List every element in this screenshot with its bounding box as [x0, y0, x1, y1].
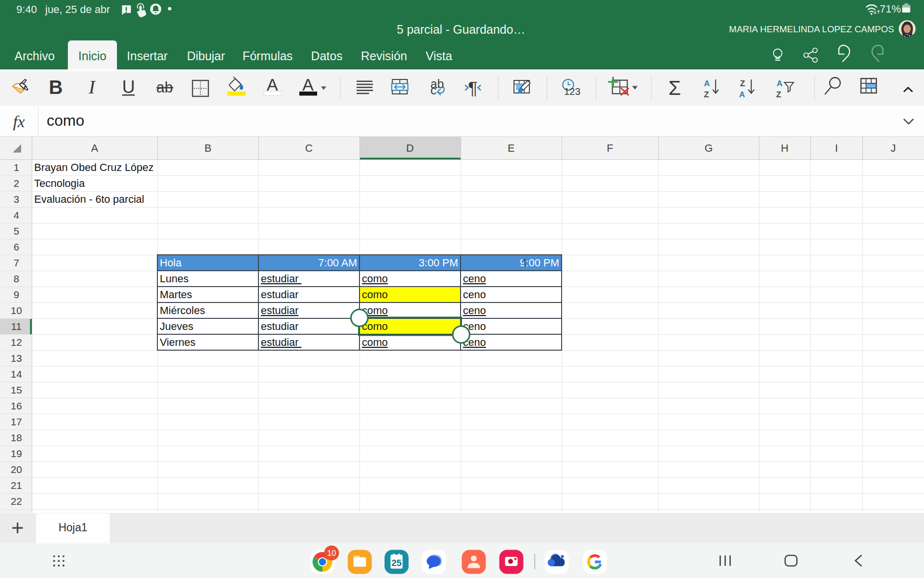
svg-text:Lunes: Lunes — [160, 273, 189, 285]
svg-text:25: 25 — [391, 558, 402, 568]
svg-text:estudiar: estudiar — [261, 320, 298, 332]
svg-text:5: 5 — [13, 225, 19, 236]
svg-text:estudiar: estudiar — [261, 273, 301, 285]
svg-text:como: como — [362, 273, 388, 285]
svg-text:I: I — [88, 76, 96, 98]
svg-text:estudiar: estudiar — [261, 336, 301, 348]
svg-text:Viernes: Viernes — [160, 336, 195, 348]
svg-text:Σ: Σ — [668, 77, 681, 99]
svg-text:H: H — [781, 142, 789, 154]
svg-text:7:00 AM: 7:00 AM — [318, 257, 357, 269]
svg-text:13: 13 — [11, 353, 22, 364]
svg-text:11: 11 — [11, 321, 22, 332]
svg-text:20: 20 — [11, 464, 22, 475]
svg-text:A: A — [91, 142, 98, 154]
svg-text:Jueves: Jueves — [160, 320, 193, 332]
svg-text:Martes: Martes — [160, 289, 192, 301]
svg-text:E: E — [508, 142, 515, 154]
svg-text:9: 9 — [13, 289, 19, 300]
svg-text:2: 2 — [13, 178, 19, 189]
svg-text:A: A — [704, 79, 710, 88]
svg-text:Tecnologia: Tecnologia — [34, 177, 85, 189]
svg-text:Miércoles: Miércoles — [160, 304, 205, 316]
svg-text:3: 3 — [13, 194, 19, 205]
svg-text:A: A — [267, 75, 278, 94]
svg-text:21: 21 — [11, 480, 22, 491]
svg-text:B: B — [205, 142, 212, 154]
svg-text:22: 22 — [11, 496, 22, 507]
svg-text:como: como — [362, 289, 388, 301]
svg-text:¶: ¶ — [468, 79, 478, 98]
svg-text:123: 123 — [564, 86, 580, 97]
svg-text:Hola: Hola — [160, 257, 182, 269]
svg-text:16: 16 — [11, 400, 22, 411]
svg-text:Z: Z — [776, 90, 781, 99]
svg-text:ceno: ceno — [463, 273, 486, 285]
svg-text:10: 10 — [327, 549, 336, 557]
svg-text:c: c — [431, 83, 437, 97]
svg-text:Z: Z — [740, 79, 745, 88]
svg-text:estudiar: estudiar — [261, 304, 298, 316]
svg-text:C: C — [305, 142, 313, 154]
svg-text:ceno: ceno — [463, 289, 486, 301]
svg-text:6: 6 — [13, 241, 19, 252]
svg-text:estudiar: estudiar — [261, 289, 298, 301]
svg-text:ceno: ceno — [463, 304, 486, 316]
svg-text:10: 10 — [11, 305, 22, 316]
svg-text:18: 18 — [11, 432, 22, 443]
svg-text:14: 14 — [11, 368, 22, 380]
svg-text:15: 15 — [11, 384, 22, 395]
svg-text:J: J — [891, 142, 896, 154]
svg-text:4: 4 — [13, 210, 19, 221]
svg-text:A: A — [777, 79, 783, 88]
svg-text:Brayan Obed Cruz López: Brayan Obed Cruz López — [34, 161, 154, 173]
svg-text:8: 8 — [13, 273, 19, 284]
svg-text:9:00 PM: 9:00 PM — [520, 257, 559, 269]
svg-text:como: como — [362, 336, 388, 348]
svg-text:3:00 PM: 3:00 PM — [419, 257, 458, 269]
svg-text:U: U — [122, 77, 135, 97]
svg-text:Evaluación - 6to parcial: Evaluación - 6to parcial — [34, 193, 144, 205]
svg-text:17: 17 — [11, 416, 22, 427]
svg-text:I: I — [835, 142, 838, 154]
svg-text:D: D — [406, 142, 414, 154]
svg-text:Z: Z — [704, 90, 709, 99]
svg-text:A: A — [739, 90, 745, 99]
svg-text:G: G — [705, 142, 713, 154]
svg-text:B: B — [49, 77, 63, 98]
svg-text:12: 12 — [11, 337, 22, 348]
svg-text:19: 19 — [11, 448, 22, 459]
svg-text:7: 7 — [13, 257, 19, 268]
svg-text:1: 1 — [13, 162, 19, 173]
svg-text:F: F — [607, 142, 613, 154]
svg-text:A: A — [302, 75, 314, 94]
